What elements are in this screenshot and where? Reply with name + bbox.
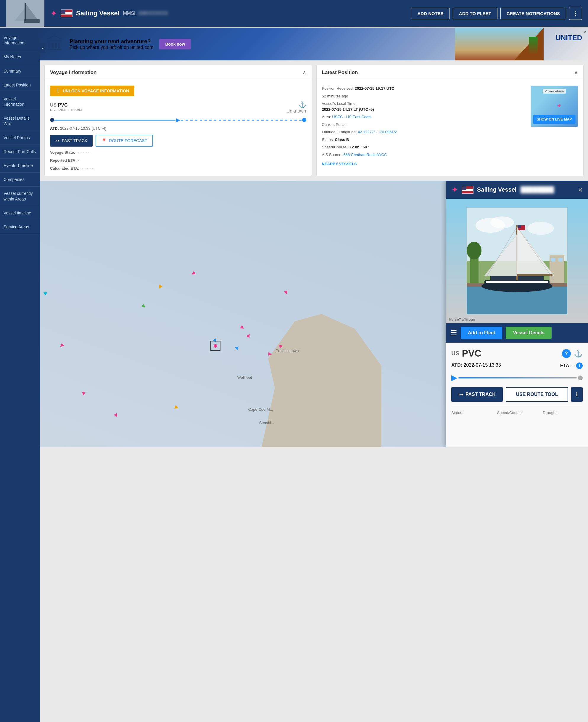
add-notes-button[interactable]: ADD NOTES bbox=[411, 8, 449, 19]
popup-header: ✦ Sailing Vessel ████████ × bbox=[446, 181, 588, 199]
vessel-popup-panel: ✦ Sailing Vessel ████████ × bbox=[446, 181, 588, 447]
popup-eta: ETA: - ℹ bbox=[560, 362, 583, 369]
past-track-button[interactable]: ⊶ PAST TRACK bbox=[50, 135, 92, 146]
popup-vessel-name: Sailing Vessel ████████ bbox=[477, 186, 554, 193]
route-solid-line bbox=[54, 120, 175, 121]
popup-action-bar: ☰ Add to Fleet Vessel Details bbox=[446, 323, 588, 343]
status-row: Status: Class B bbox=[322, 137, 526, 143]
popup-route-bar: ▶ bbox=[451, 373, 583, 382]
sidebar-item-recent-port-calls[interactable]: Recent Port Calls bbox=[0, 145, 40, 159]
past-track-icon: ⊶ bbox=[55, 138, 60, 143]
latest-position-panel: Latest Position ∧ Position Received: 202… bbox=[316, 65, 584, 176]
sidebar-item-my-notes[interactable]: My Notes bbox=[0, 50, 40, 64]
map-marker-icon: ✦ bbox=[556, 102, 562, 109]
add-to-fleet-button[interactable]: ADD TO FLEET bbox=[453, 8, 498, 19]
map-container[interactable]: ▶ ▶ ▶ ▶ ▶ ▶ ▶ ▶ ▶ ▶ ▶ ▶ ▶ ▶ ▶ P bbox=[40, 181, 588, 447]
popup-info-button[interactable]: ℹ bbox=[571, 387, 583, 402]
popup-vessel-id-row: US PVC ? ⚓ bbox=[451, 348, 583, 359]
area-row: Area: USEC - US East Coast bbox=[322, 114, 526, 120]
sailboat-illustration bbox=[467, 207, 567, 314]
voyage-origin: US PVC PROVINCETOWN bbox=[50, 102, 82, 112]
popup-use-route-button[interactable]: USE ROUTE TOOL bbox=[506, 387, 568, 402]
speed-course-row: Speed/Course: 8.2 kn / 68 ° bbox=[322, 144, 526, 150]
position-panel-title: Latest Position bbox=[322, 69, 358, 76]
ad-content: 🏛 Planning your next adventure? Pick up … bbox=[46, 34, 191, 55]
popup-speed-col: Speed/Course: bbox=[497, 410, 537, 415]
svg-rect-14 bbox=[559, 258, 563, 261]
past-track-icon: ⊶ bbox=[458, 392, 463, 397]
route-forecast-button[interactable]: 📍 ROUTE FORECAST bbox=[96, 135, 153, 146]
sidebar-item-latest-position[interactable]: Latest Position bbox=[0, 78, 40, 92]
popup-status-row: Status: Speed/Course: Draught: bbox=[451, 407, 583, 415]
sidebar-item-vessel-photos[interactable]: Vessel Photos bbox=[0, 131, 40, 145]
route-line: ▶ bbox=[50, 117, 306, 123]
popup-menu-icon[interactable]: ☰ bbox=[451, 329, 457, 337]
anchor-dest-icon: ⚓ bbox=[287, 101, 306, 108]
svg-rect-20 bbox=[486, 281, 548, 283]
popup-close-button[interactable]: × bbox=[578, 186, 583, 194]
reported-eta-row: Reported ETA: - bbox=[50, 158, 306, 163]
voyage-panel-collapse-icon[interactable]: ∧ bbox=[302, 69, 306, 76]
current-port-row: Current Port: - bbox=[322, 122, 526, 128]
target-vessel-ring[interactable] bbox=[210, 341, 220, 351]
position-panel-collapse-icon[interactable]: ∧ bbox=[574, 69, 578, 76]
sidebar-item-companies[interactable]: Companies bbox=[0, 173, 40, 186]
vessel-photo-header bbox=[6, 0, 44, 27]
popup-route-end-dot bbox=[578, 376, 583, 380]
popup-atd: ATD: 2022-07-15 13:33 bbox=[451, 362, 501, 369]
popup-help-icon[interactable]: ? bbox=[562, 349, 571, 358]
sidebar-item-vessel-timeline[interactable]: Vessel timeline bbox=[0, 206, 40, 220]
position-grid: Position Received: 2022-07-15 19:17 UTC … bbox=[322, 85, 578, 166]
voyage-destination: ⚓ Unknown bbox=[287, 101, 306, 114]
sidebar-item-vessel-information[interactable]: Vessel Information bbox=[0, 92, 40, 111]
svg-point-11 bbox=[467, 242, 481, 259]
nearby-vessels-button[interactable]: NEARBY VESSELS bbox=[322, 162, 357, 166]
sidebar-item-vessel-details-wiki[interactable]: Vessel Details Wiki bbox=[0, 111, 40, 131]
photo-credit: MarineTraffic.com bbox=[449, 318, 475, 321]
sidebar-item-voyage-information[interactable]: Voyage Information bbox=[0, 31, 40, 50]
lock-icon: 🔓 bbox=[55, 88, 60, 93]
origin-port: PVC bbox=[58, 102, 68, 107]
header-mmsi: MMSI: 338XXXXXXX bbox=[123, 11, 168, 16]
more-options-button[interactable]: ⋮ bbox=[569, 7, 582, 20]
lat-lon-row: Latitude / Longitude: 42.12277° / -70.09… bbox=[322, 129, 526, 135]
svg-point-7 bbox=[490, 217, 514, 228]
popup-status-label: Status: bbox=[451, 410, 491, 415]
ad-close-button[interactable]: × bbox=[584, 29, 587, 35]
popup-eta-info-icon[interactable]: ℹ bbox=[576, 362, 583, 369]
main-layout: ‹ Voyage Information My Notes Summary La… bbox=[0, 28, 588, 722]
position-panel-header: Latest Position ∧ bbox=[317, 65, 584, 80]
header-vessel-info: ✦ Sailing Vessel MMSI: 338XXXXXXX bbox=[50, 8, 411, 18]
unlock-voyage-button[interactable]: 🔓 UNLOCK VOYAGE INFORMATION bbox=[50, 85, 134, 96]
svg-rect-24 bbox=[517, 274, 552, 276]
star-icon: ✦ bbox=[50, 8, 57, 18]
area-link[interactable]: USEC - US East Coast bbox=[332, 115, 371, 119]
sidebar-item-vessel-areas[interactable]: Vessel currently within Areas bbox=[0, 186, 40, 206]
position-received-row: Position Received: 2022-07-15 19:17 UTC bbox=[322, 85, 526, 92]
origin-city: PROVINCETOWN bbox=[50, 108, 82, 112]
map-label-seashore: Seashi... bbox=[259, 421, 274, 425]
sidebar-toggle[interactable]: ‹ bbox=[40, 43, 45, 53]
popup-vessel-details-button[interactable]: Vessel Details bbox=[506, 327, 552, 339]
create-notifications-button[interactable]: CREATE NOTIFICATIONS bbox=[500, 8, 566, 19]
sidebar-item-service-areas[interactable]: Service Areas bbox=[0, 220, 40, 234]
lat-link[interactable]: 42.12277° bbox=[358, 130, 375, 134]
voyage-action-buttons: ⊶ PAST TRACK 📍 ROUTE FORECAST bbox=[50, 135, 306, 146]
popup-body: US PVC ? ⚓ ATD: 2022-07-15 13:33 bbox=[446, 343, 588, 447]
ad-book-button[interactable]: Book now bbox=[159, 39, 191, 49]
lon-link[interactable]: -70.09615° bbox=[378, 130, 397, 134]
popup-speed-course-label: Speed/Course: bbox=[497, 410, 537, 415]
show-live-map-button[interactable]: SHOW ON LIVE MAP bbox=[533, 115, 575, 124]
popup-draught-label: Draught: bbox=[543, 410, 583, 415]
building-icon: 🏛 bbox=[46, 34, 64, 55]
popup-past-track-button[interactable]: ⊶ PAST TRACK bbox=[451, 387, 503, 402]
popup-add-fleet-button[interactable]: Add to Fleet bbox=[461, 327, 502, 339]
ais-source-link[interactable]: 668 ChathamRadio/WCC bbox=[343, 153, 387, 157]
sidebar-item-summary[interactable]: Summary bbox=[0, 64, 40, 78]
sidebar-item-events-timeline[interactable]: Events Timeline bbox=[0, 159, 40, 173]
ad-text: Planning your next adventure? Pick up wh… bbox=[69, 38, 153, 50]
ad-brand-logo: UNITED bbox=[556, 34, 582, 42]
popup-vessel-name-blurred: ████████ bbox=[521, 186, 554, 193]
content-area: 🏛 Planning your next adventure? Pick up … bbox=[40, 28, 588, 722]
map-location-label: Provincetown bbox=[543, 89, 566, 94]
